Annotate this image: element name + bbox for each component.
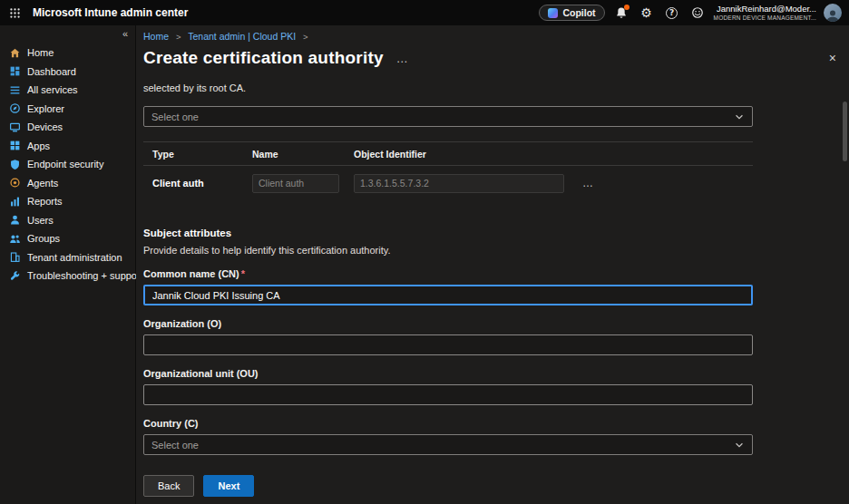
notification-badge [624,5,629,10]
required-marker: * [241,268,245,279]
shield-icon [9,159,21,170]
sidebar-item-all-services[interactable]: All services [0,81,135,100]
scrollbar[interactable] [843,102,847,161]
help-button[interactable]: ? [663,4,681,22]
sidebar-item-reports[interactable]: Reports [0,192,135,211]
main-content: Home > Tenant admin | Cloud PKI > Create… [136,25,849,504]
sidebar-item-label: Agents [27,178,58,189]
sidebar-item-dashboard[interactable]: Dashboard [0,63,135,82]
column-header-oid: Object Identifier [354,149,753,160]
subject-attributes-description: Provide details to help identify this ce… [143,245,849,256]
wrench-icon [9,270,21,282]
user-email: JannikReinhard@Moder... [714,5,816,15]
sidebar-item-home[interactable]: Home [0,44,135,63]
next-button[interactable]: Next [203,475,254,497]
sidebar-item-users[interactable]: Users [0,211,135,230]
sidebar-item-label: Endpoint security [27,159,103,170]
sidebar-item-label: All services [27,84,78,95]
eku-name-input[interactable] [252,174,339,193]
help-icon: ? [666,7,678,19]
breadcrumb-home-link[interactable]: Home [143,31,169,42]
panel-context-menu-icon[interactable]: … [396,52,409,65]
explorer-compass-icon [9,102,21,114]
app-title: Microsoft Intune admin center [33,6,188,19]
avatar-person-icon [825,9,840,22]
agents-icon [9,177,21,189]
gear-icon: ⚙ [640,6,652,19]
sidebar-nav: Home Dashboard All services [0,42,135,286]
account-menu[interactable]: JannikReinhard@Moder... MODERN DEVICE MA… [714,5,816,21]
sidebar: « Home Dashboard [0,25,136,504]
top-bar: Microsoft Intune admin center Copilot ⚙ … [0,0,849,25]
subject-attributes-heading: Subject attributes [143,228,849,238]
common-name-input[interactable] [143,285,753,305]
common-name-label: Common name (CN)* [143,268,849,279]
organization-input[interactable] [143,334,753,355]
row-context-menu-icon[interactable]: … [582,177,594,189]
page-title: Create certification authority [143,48,384,68]
chevron-down-icon [734,440,745,451]
sidebar-item-label: Devices [27,121,63,132]
eku-table-header: Type Name Object Identifier [143,142,753,166]
sidebar-item-label: Apps [27,141,50,151]
all-services-icon [9,84,21,96]
org-unit-input[interactable] [143,384,753,405]
sidebar-item-tenant-administration[interactable]: Tenant administration [0,248,135,267]
sidebar-item-apps[interactable]: Apps [0,137,135,156]
close-icon[interactable]: × [829,52,836,64]
eku-oid-input[interactable] [354,174,564,193]
apps-grid-icon [9,140,21,151]
devices-monitor-icon [9,121,21,133]
breadcrumb-cloudpki-link[interactable]: Tenant admin | Cloud PKI [188,31,296,42]
sidebar-item-label: Tenant administration [27,252,122,263]
eku-select[interactable]: Select one [143,106,753,127]
breadcrumb-separator: > [303,32,308,42]
copilot-button[interactable]: Copilot [539,5,604,21]
sidebar-item-label: Dashboard [27,66,76,77]
column-header-type: Type [152,149,252,160]
chevron-down-icon [734,111,745,122]
sidebar-item-label: Users [27,215,54,226]
column-header-name: Name [252,149,354,160]
organization-field-group: Organization (O) [143,318,849,355]
eku-select-value: Select one [151,111,199,122]
sidebar-item-explorer[interactable]: Explorer [0,100,135,119]
topbar-actions: Copilot ⚙ ? [539,4,849,22]
feedback-smiley-icon [691,6,704,19]
sidebar-item-label: Troubleshooting + support [27,270,143,281]
app-launcher-icon[interactable] [0,0,29,25]
building-icon [9,251,21,263]
country-field-group: Country (C) Select one [143,418,849,455]
waffle-icon [9,7,21,19]
back-button[interactable]: Back [143,475,194,497]
app-window: Microsoft Intune admin center Copilot ⚙ … [0,0,849,504]
copilot-label: Copilot [562,7,595,18]
copilot-icon [548,8,558,18]
feedback-button[interactable] [688,4,707,22]
user-icon [9,214,21,226]
panel-body: selected by its root CA. Select one Type… [136,75,849,468]
sidebar-item-devices[interactable]: Devices [0,118,135,137]
sidebar-item-label: Reports [27,196,63,207]
sidebar-item-agents[interactable]: Agents [0,174,135,193]
sidebar-item-groups[interactable]: Groups [0,229,135,248]
eku-row-type: Client auth [152,178,252,189]
breadcrumb-separator: > [176,32,181,42]
people-icon [9,233,21,245]
reports-barchart-icon [9,196,21,208]
country-label: Country (C) [143,418,849,429]
sidebar-item-endpoint-security[interactable]: Endpoint security [0,155,135,174]
country-select[interactable]: Select one [143,434,753,455]
avatar[interactable] [824,4,842,22]
sidebar-item-troubleshooting[interactable]: Troubleshooting + support [0,267,135,286]
org-unit-label: Organizational unit (OU) [143,368,849,379]
country-select-value: Select one [151,440,199,451]
table-row: Client auth … [143,166,753,200]
notifications-button[interactable] [612,4,630,22]
sidebar-collapse-icon[interactable]: « [122,29,128,39]
breadcrumb: Home > Tenant admin | Cloud PKI > [136,25,849,44]
eku-table: Type Name Object Identifier Client auth … [143,141,753,200]
wizard-footer: Back Next [136,468,849,504]
org-unit-field-group: Organizational unit (OU) [143,368,849,405]
settings-button[interactable]: ⚙ [638,4,656,22]
